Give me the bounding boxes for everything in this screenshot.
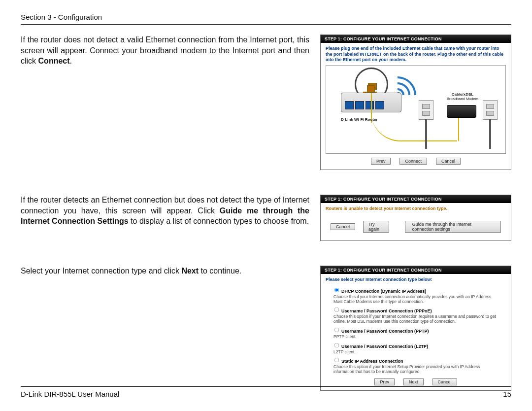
panel-title: STEP 1: CONFIGURE YOUR INTERNET CONNECTI… [321,35,511,43]
cancel-button[interactable]: Cancel [331,223,355,230]
prev-button[interactable]: Prev [371,158,391,165]
row-select-type: Select your Internet connection type and… [21,266,511,391]
conn-type-label: Username / Password Connection (PPPoE) [341,308,432,313]
copy-text: Select your Internet connection type and… [21,267,181,275]
row-detect-type: If the router detects an Ethernet connec… [21,195,511,241]
page-header: Section 3 - Configuration [21,13,511,25]
connection-diagram: Internet D-Link Wi-Fi Router Cable/xDSL … [326,65,506,154]
footer-page: 15 [503,390,511,398]
panel-warning: Routers is unable to detect your Interne… [326,206,506,211]
page-footer: D-Link DIR-855L User Manual 15 [21,386,511,398]
modem-label: Cable/xDSL Broadband Modem [445,93,480,101]
footer-left: D-Link DIR-855L User Manual [21,390,119,398]
panel-prompt: Please select your Internet connection t… [326,277,506,283]
panel-step1-unable: STEP 1: CONFIGURE YOUR INTERNET CONNECTI… [320,195,511,241]
conn-type-desc: Choose this option if your Internet conn… [333,314,501,324]
copy-text-after: . [70,57,72,65]
conn-type-desc: Choose this option if your Internet Setu… [333,365,501,375]
bold-connect: Connect [38,57,70,65]
panel-step1-select: STEP 1: CONFIGURE YOUR INTERNET CONNECTI… [320,266,511,391]
cancel-button[interactable]: Cancel [436,158,461,165]
cancel-button[interactable]: Cancel [432,378,457,385]
prev-button[interactable]: Prev [374,378,395,385]
next-button[interactable]: Next [403,378,424,385]
guide-me-button[interactable]: Guide me through the Internet connection… [405,221,501,233]
copy-connect-modem: If the router does not detect a valid Et… [21,34,309,67]
conn-type-radio[interactable] [334,287,339,292]
connect-button[interactable]: Connect [399,158,427,165]
copy-text-after: to display a list of connection types to… [129,217,309,225]
copy-detect-type: If the router detects an Ethernet connec… [21,195,309,227]
modem-icon [447,105,476,118]
panel-step1-diagram: STEP 1: CONFIGURE YOUR INTERNET CONNECTI… [320,34,511,170]
router-label: D-Link Wi-Fi Router [341,117,378,122]
conn-type-label: Username / Password Connection (PPTP) [341,329,429,334]
copy-select-type: Select your Internet connection type and… [21,266,309,276]
connection-type-radios: DHCP Connection (Dynamic IP Address)Choo… [326,286,506,375]
wifi-icon [398,70,425,95]
bold-next: Next [181,267,199,275]
wall-outlet-icon [483,100,498,120]
try-again-button[interactable]: Try again [363,221,389,233]
conn-type-label: Username / Password Connection (L2TP) [341,344,428,349]
conn-type-label: Static IP Address Connection [341,359,403,364]
conn-type-desc: Choose this if your Internet connection … [333,295,501,305]
modem-label-sub: Broadband Modem [445,97,480,101]
panel-instruction: Please plug one end of the included Ethe… [326,46,506,63]
conn-type-desc: L2TP client. [333,350,501,355]
conn-type-radio[interactable] [334,342,339,347]
wall-outlet-icon [419,100,433,120]
panel-title: STEP 1: CONFIGURE YOUR INTERNET CONNECTI… [321,266,511,274]
conn-type-radio[interactable] [334,308,339,312]
conn-type-radio[interactable] [334,358,339,363]
conn-type-radio[interactable] [334,327,339,332]
conn-type-desc: PPTP client. [333,335,501,340]
row-connect-modem: If the router does not detect a valid Et… [21,34,511,170]
panel-title: STEP 1: CONFIGURE YOUR INTERNET CONNECTI… [321,195,511,203]
conn-type-label: DHCP Connection (Dynamic IP Address) [341,289,426,294]
copy-text-after: to continue. [199,267,241,275]
